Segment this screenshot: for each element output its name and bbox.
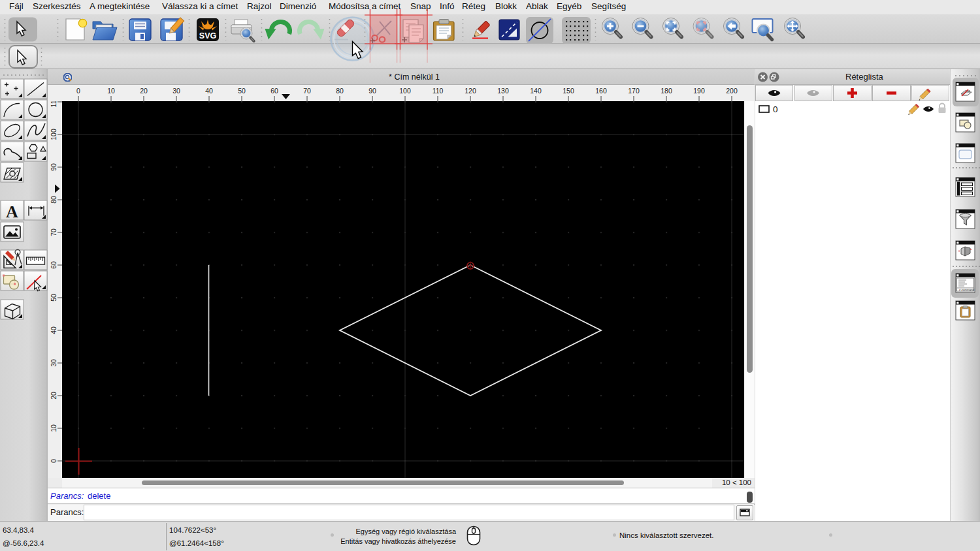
- svg-text:40: 40: [50, 326, 57, 334]
- svg-text:200: 200: [726, 87, 738, 95]
- svg-text:50: 50: [50, 294, 57, 302]
- svg-text:150: 150: [563, 87, 574, 95]
- svg-text:90: 90: [50, 163, 57, 171]
- svg-text:110: 110: [433, 87, 444, 95]
- svg-text:0: 0: [76, 87, 80, 95]
- svg-text:130: 130: [497, 87, 509, 95]
- svg-text:20: 20: [50, 392, 57, 400]
- svg-text:30: 30: [50, 359, 57, 367]
- svg-text:A: A: [6, 202, 18, 221]
- svg-text:20: 20: [140, 87, 148, 95]
- svg-text:120: 120: [465, 87, 476, 95]
- svg-text:50: 50: [238, 87, 246, 95]
- svg-text:0: 0: [773, 104, 778, 114]
- svg-text:110: 110: [50, 101, 57, 107]
- svg-text:40: 40: [205, 87, 213, 95]
- svg-text:100: 100: [399, 87, 411, 95]
- svg-text:60: 60: [50, 261, 57, 269]
- svg-text:170: 170: [628, 87, 640, 95]
- svg-text:10: 10: [50, 424, 57, 432]
- svg-text:90: 90: [368, 87, 376, 95]
- svg-text:70: 70: [303, 87, 311, 95]
- svg-text:60: 60: [270, 87, 278, 95]
- svg-text:SVG: SVG: [199, 31, 216, 40]
- svg-text:100: 100: [50, 129, 57, 140]
- svg-text:160: 160: [595, 87, 607, 95]
- svg-text:70: 70: [50, 228, 57, 236]
- svg-text:0: 0: [50, 459, 57, 463]
- svg-text:80: 80: [336, 87, 344, 95]
- svg-text:140: 140: [530, 87, 542, 95]
- svg-text:30: 30: [172, 87, 180, 95]
- svg-text:c command: c command: [959, 289, 975, 292]
- svg-text:180: 180: [661, 87, 672, 95]
- svg-text:190: 190: [693, 87, 705, 95]
- svg-text:80: 80: [50, 196, 57, 204]
- svg-text:10: 10: [107, 87, 115, 95]
